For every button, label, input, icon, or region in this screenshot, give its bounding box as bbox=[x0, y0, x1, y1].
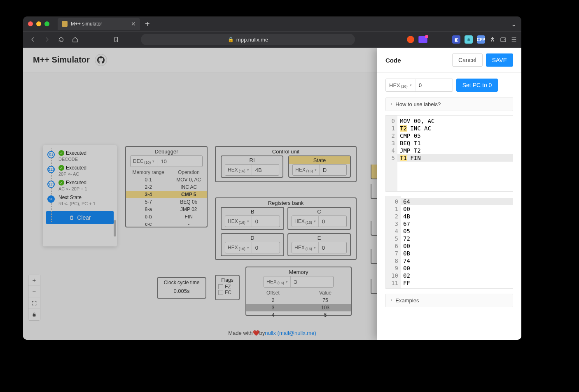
reload-icon bbox=[58, 37, 64, 43]
clock-title: Clock cycle time bbox=[158, 278, 205, 286]
cancel-button[interactable]: Cancel bbox=[452, 53, 483, 67]
ri-title: RI bbox=[222, 156, 282, 164]
drawer-title: Code bbox=[385, 57, 401, 64]
zoom-fit-button[interactable] bbox=[28, 297, 40, 309]
new-tab-button[interactable]: + bbox=[145, 19, 150, 29]
col-operation: Operation bbox=[171, 169, 207, 176]
debugger-base-value: 10 bbox=[157, 156, 202, 167]
state-box: State HEX(16)▾ D bbox=[288, 155, 351, 178]
col-offset: Offset bbox=[246, 289, 300, 297]
control-unit-title: Control unit bbox=[216, 147, 356, 155]
zoom-in-button[interactable]: + bbox=[28, 274, 40, 286]
tab-title: M++ simulator bbox=[71, 21, 102, 27]
control-unit-panel: Control unit RI HEX(16)▾ 4B State bbox=[215, 146, 357, 182]
extension-icon[interactable]: ◧ bbox=[452, 35, 460, 44]
footer-by: by bbox=[259, 330, 265, 336]
labels-help-label: How to use labels? bbox=[395, 101, 441, 107]
code-drawer: Code Cancel SAVE HEX(16)▾ Set PC to 0 ›H… bbox=[377, 48, 521, 340]
footer-made: Made with bbox=[228, 330, 252, 336]
memory-title: Memory bbox=[246, 267, 351, 276]
state-title: State bbox=[289, 156, 350, 164]
url-field[interactable]: 🔒 mpp.nullx.me bbox=[141, 34, 355, 45]
flags-panel: Flags FZFC bbox=[215, 275, 240, 300]
clear-button[interactable]: Clear bbox=[46, 211, 114, 224]
zoom-out-button[interactable]: − bbox=[28, 286, 40, 297]
tab-close-icon[interactable]: ✕ bbox=[131, 21, 136, 27]
address-bar: 🔒 mpp.nullx.me ◧ ⚛ CPP bbox=[23, 31, 521, 48]
pc-base-field[interactable]: HEX(16)▾ bbox=[385, 79, 453, 92]
wallet-icon[interactable] bbox=[500, 36, 507, 43]
toolbar-extensions: ◧ ⚛ CPP bbox=[407, 35, 517, 44]
lock-icon: 🔒 bbox=[228, 37, 234, 42]
github-link[interactable] bbox=[95, 54, 107, 66]
favicon-icon bbox=[62, 21, 68, 27]
window-controls[interactable] bbox=[28, 21, 49, 26]
browser-tab[interactable]: M++ simulator ✕ bbox=[58, 18, 140, 30]
back-button[interactable] bbox=[27, 34, 39, 45]
lock-icon bbox=[32, 312, 37, 317]
expand-icon bbox=[31, 300, 37, 306]
minimize-window-icon[interactable] bbox=[36, 21, 41, 26]
bookmark-button[interactable] bbox=[110, 34, 122, 45]
home-icon bbox=[72, 37, 78, 43]
footer-link[interactable]: nullx (mail@nullx.me) bbox=[265, 330, 316, 336]
examples-collapse[interactable]: ›Examples bbox=[385, 294, 513, 307]
url-text: mpp.nullx.me bbox=[236, 37, 268, 43]
ri-box: RI HEX(16)▾ 4B bbox=[221, 155, 283, 178]
debugger-title: Debugger bbox=[126, 147, 207, 155]
save-button[interactable]: SAVE bbox=[486, 53, 513, 67]
brave-shield-icon[interactable] bbox=[407, 36, 414, 43]
zoom-lock-button[interactable] bbox=[28, 309, 40, 320]
page-content: M++ Simulator S1✓ExecutedDECODES12✓Execu… bbox=[23, 48, 521, 340]
github-icon bbox=[97, 56, 105, 64]
tab-bar: M++ simulator ✕ + ⌄ bbox=[23, 16, 521, 31]
labels-help-collapse[interactable]: ›How to use labels? bbox=[385, 97, 513, 111]
maximize-window-icon[interactable] bbox=[44, 21, 49, 26]
reload-button[interactable] bbox=[55, 34, 67, 45]
examples-label: Examples bbox=[395, 297, 419, 304]
browser-window: M++ simulator ✕ + ⌄ 🔒 mpp.nullx.me bbox=[23, 16, 521, 340]
col-value: Value bbox=[300, 289, 351, 297]
pc-input[interactable] bbox=[416, 79, 453, 91]
clock-panel: Clock cycle time 0.005s bbox=[157, 277, 206, 299]
home-button[interactable] bbox=[69, 34, 81, 45]
debugger-base-field[interactable]: DEC(10)▾ 10 bbox=[130, 155, 203, 167]
memory-list: 0 1 2 3 4 5 6 7 8 9 10 11 64004B67057200… bbox=[385, 196, 513, 289]
registers-title: Registers bank bbox=[216, 198, 356, 207]
registers-panel: Registers bank BHEX(16)▾0CHEX(16)▾0DHEX(… bbox=[215, 197, 357, 260]
rewards-icon[interactable] bbox=[418, 36, 427, 43]
state-timeline: S1✓ExecutedDECODES12✓Executed20P <- ACS1… bbox=[43, 145, 117, 246]
svg-point-1 bbox=[504, 39, 505, 40]
state-field[interactable]: HEX(16)▾ D bbox=[292, 164, 347, 176]
bookmark-icon bbox=[113, 37, 119, 42]
heart-icon: ❤️ bbox=[253, 330, 259, 336]
ri-field[interactable]: HEX(16)▾ 4B bbox=[225, 164, 279, 176]
zoom-controls: + − bbox=[28, 274, 40, 321]
cpp-extension-icon[interactable]: CPP bbox=[477, 35, 485, 44]
timeline-scrollbar[interactable] bbox=[114, 220, 116, 237]
clear-label: Clear bbox=[77, 214, 91, 221]
react-devtools-icon[interactable]: ⚛ bbox=[465, 35, 473, 44]
app-title: M++ Simulator bbox=[33, 55, 90, 65]
flags-title: Flags bbox=[216, 276, 239, 284]
chevron-left-icon bbox=[30, 37, 36, 42]
set-pc-button[interactable]: Set PC to 0 bbox=[456, 79, 498, 92]
debugger-panel: Debugger DEC(10)▾ 10 Memory range Operat… bbox=[125, 146, 208, 227]
chevron-right-icon bbox=[44, 37, 50, 42]
memory-addr-field[interactable]: HEX(16)▾ 3 bbox=[264, 276, 334, 288]
memory-panel: Memory HEX(16)▾ 3 Offset Value 275310345 bbox=[245, 267, 352, 316]
forward-button[interactable] bbox=[41, 34, 53, 45]
close-window-icon[interactable] bbox=[28, 21, 33, 26]
extensions-icon[interactable] bbox=[489, 36, 496, 43]
svg-rect-2 bbox=[33, 314, 36, 317]
tabs-menu-icon[interactable]: ⌄ bbox=[511, 20, 516, 28]
col-memory-range: Memory range bbox=[126, 169, 171, 176]
code-editor[interactable]: 0 1 2 3 4 5 MOV 00, ACT2 INC ACCMP 05BEQ… bbox=[385, 115, 513, 192]
trash-icon bbox=[69, 215, 75, 220]
menu-icon[interactable] bbox=[511, 36, 517, 43]
clock-value: 0.005s bbox=[158, 286, 205, 294]
